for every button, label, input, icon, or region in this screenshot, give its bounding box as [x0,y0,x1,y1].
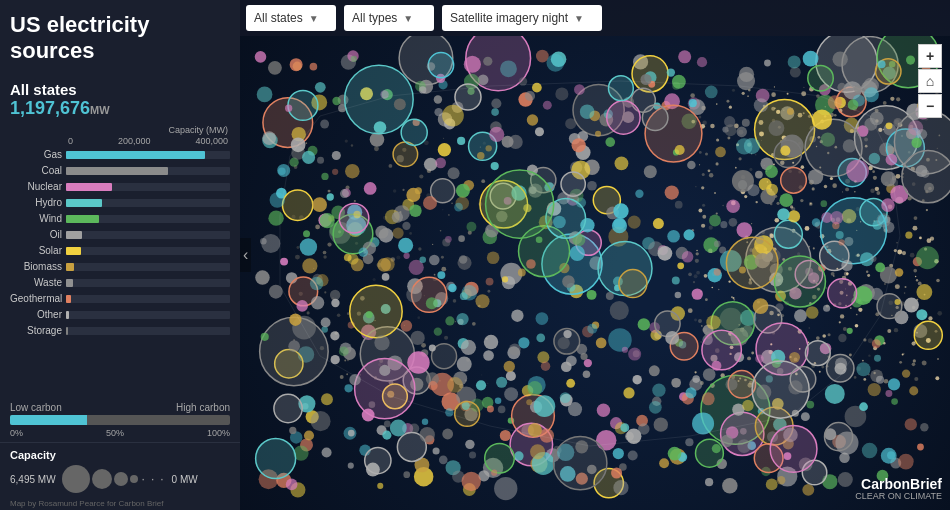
bar-fill-storage [66,327,68,335]
bar-row-wind: Wind [10,212,230,226]
bar-fill-nuclear [66,183,112,191]
bar-row-coal: Coal [10,164,230,178]
axis-0: 0 [68,136,73,146]
bar-label-storage: Storage [10,325,66,336]
bar-fill-hydro [66,199,102,207]
capacity-axis: 0 200,000 400,000 [68,136,228,146]
bar-label-wind: Wind [10,213,66,224]
bar-track-coal [66,167,230,175]
bar-track-biomass [66,263,230,271]
types-dropdown-label: All types [352,11,397,25]
bar-row-oil: Oil [10,228,230,242]
carbon-100pct: 100% [207,428,230,438]
bar-row-gas: Gas [10,148,230,162]
axis-200k: 200,000 [118,136,151,146]
imagery-dropdown[interactable]: Satellite imagery night ▼ [442,5,602,31]
capacity-legend-title: Capacity [10,449,230,461]
bar-fill-coal [66,167,168,175]
bar-label-hydro: Hydro [10,197,66,208]
high-carbon-label: High carbon [176,402,230,413]
carbon-50pct: 50% [106,428,124,438]
bar-fill-wind [66,215,99,223]
bar-row-storage: Storage [10,324,230,338]
bar-track-hydro [66,199,230,207]
carbon-bar-fill [10,415,87,425]
bar-track-nuclear [66,183,230,191]
bar-track-waste [66,279,230,287]
bar-label-waste: Waste [10,277,66,288]
all-states-label: All states [10,81,230,98]
total-mw-value: 1,197,676MW [10,98,230,119]
bar-row-nuclear: Nuclear [10,180,230,194]
map-credit: Map by Rosamund Pearce for Carbon Brief [0,497,240,510]
circle-medium [92,469,112,489]
bar-label-gas: Gas [10,149,66,160]
types-dropdown[interactable]: All types ▼ [344,5,434,31]
bar-track-wind [66,215,230,223]
carbon-labels: Low carbon High carbon [10,402,230,413]
carbon-0pct: 0% [10,428,23,438]
dot-separator-3: · [160,472,163,486]
energy-bars: GasCoalNuclearHydroWindOilSolarBiomassWa… [10,148,230,338]
bar-fill-biomass [66,263,74,271]
map-area: All states ▼ All types ▼ Satellite image… [240,0,950,510]
states-dropdown-arrow: ▼ [309,13,319,24]
sidebar-content: All states 1,197,676MW Capacity (MW) 0 2… [0,75,240,396]
imagery-dropdown-label: Satellite imagery night [450,11,568,25]
sidebar-title-section: US electricity sources [0,0,240,75]
bar-label-nuclear: Nuclear [10,181,66,192]
bar-track-gas [66,151,230,159]
bar-fill-oil [66,231,82,239]
low-carbon-label: Low carbon [10,402,62,413]
capacity-circles: 6,495 MW · · · 0 MW [10,465,230,493]
bar-row-hydro: Hydro [10,196,230,210]
bar-track-oil [66,231,230,239]
circle-small [114,472,128,486]
map-controls: + ⌂ − [918,44,942,118]
circle-large [62,465,90,493]
bar-label-coal: Coal [10,165,66,176]
imagery-dropdown-arrow: ▼ [574,13,584,24]
bar-fill-other [66,311,69,319]
axis-400k: 400,000 [195,136,228,146]
bar-label-oil: Oil [10,229,66,240]
circle-xsmall [130,475,138,483]
bar-fill-gas [66,151,205,159]
capacity-zero-mw: 0 MW [172,474,198,485]
bar-row-solar: Solar [10,244,230,258]
states-dropdown-label: All states [254,11,303,25]
home-button[interactable]: ⌂ [918,69,942,93]
dot-separator: · [142,472,145,486]
carbon-pct-labels: 0% 50% 100% [10,428,230,438]
states-dropdown[interactable]: All states ▼ [246,5,336,31]
bar-fill-geothermal [66,295,71,303]
bar-fill-solar [66,247,81,255]
header-bar: All states ▼ All types ▼ Satellite image… [240,0,950,36]
bar-row-geothermal: Geothermal [10,292,230,306]
bar-row-other: Other [10,308,230,322]
dot-separator-2: · [151,472,154,486]
bar-track-other [66,311,230,319]
carbonbrief-logo: CarbonBrief CLEAR ON CLIMATE [855,477,942,502]
bar-label-geothermal: Geothermal [10,293,66,304]
bar-row-biomass: Biomass [10,260,230,274]
bar-track-solar [66,247,230,255]
bar-track-storage [66,327,230,335]
page-title: US electricity sources [10,12,230,65]
types-dropdown-arrow: ▼ [403,13,413,24]
map-canvas [240,36,950,510]
carbon-section: Low carbon High carbon 0% 50% 100% [0,402,240,438]
mw-unit: MW [90,104,110,116]
capacity-legend: Capacity 6,495 MW · · · 0 MW [0,442,240,497]
bar-label-biomass: Biomass [10,261,66,272]
bar-row-waste: Waste [10,276,230,290]
zoom-in-button[interactable]: + [918,44,942,68]
back-chevron[interactable]: ‹ [240,238,251,272]
capacity-large-mw: 6,495 MW [10,474,56,485]
zoom-out-button[interactable]: − [918,94,942,118]
carbon-bar-track [10,415,230,425]
bar-label-other: Other [10,309,66,320]
bar-label-solar: Solar [10,245,66,256]
bar-track-geothermal [66,295,230,303]
logo-subtitle: CLEAR ON CLIMATE [855,492,942,502]
